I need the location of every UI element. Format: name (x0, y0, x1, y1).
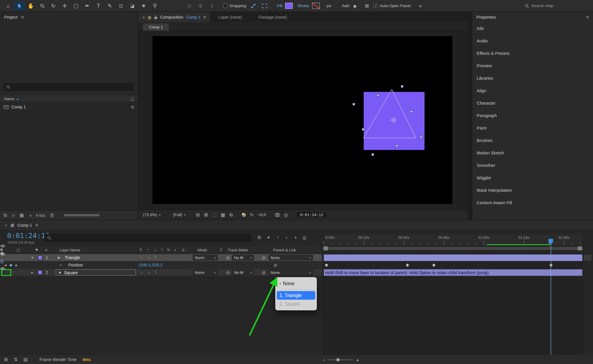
reset-exposure-icon[interactable]: ↻ (250, 212, 254, 218)
pan-behind-tool-icon[interactable]: ✛ (59, 1, 70, 10)
panel-item-libraries[interactable]: Libraries (472, 72, 593, 84)
track-matte-dropdown[interactable]: No M▾ (232, 270, 254, 275)
stroke-color-swatch[interactable] (312, 3, 320, 9)
search-help-box[interactable] (522, 4, 590, 8)
panel-item-effects-presets[interactable]: Effects & Presets (472, 47, 593, 60)
fill-label[interactable]: Fill: (277, 4, 283, 8)
selection-tool-icon[interactable] (14, 1, 25, 10)
panel-item-content-aware-fill[interactable]: Content-Aware Fill (472, 197, 593, 209)
region-of-interest-icon[interactable]: ⬚ (212, 212, 217, 218)
zoom-in-mountain-icon[interactable]: ▲ (356, 357, 360, 362)
collapse-switch-icon[interactable]: ☼ (147, 256, 150, 260)
new-folder-icon[interactable]: ▱ (12, 213, 15, 218)
fill-color-swatch[interactable] (285, 3, 293, 9)
pan-camera-tool-icon[interactable]: ✥ (195, 1, 206, 10)
close-icon[interactable]: × (5, 223, 7, 228)
name-column-header[interactable]: Name (4, 97, 15, 101)
snapshot-camera-icon[interactable] (275, 213, 280, 217)
property-pickwhip-icon[interactable]: @ (274, 263, 277, 267)
time-navigator[interactable] (323, 246, 582, 250)
zoom-slider[interactable] (327, 360, 353, 360)
show-snapshot-icon[interactable]: ◎ (284, 212, 288, 218)
position-value[interactable]: 1546,5,539,2 (138, 263, 163, 267)
panel-item-paragraph[interactable]: Paragraph (472, 109, 593, 122)
zoom-slider-knob[interactable] (336, 358, 340, 361)
label-column-icon[interactable]: ⚑ (35, 248, 39, 252)
comp-subtab[interactable]: Comp 1 (143, 23, 169, 31)
lock-icon[interactable] (154, 15, 158, 19)
layer-name-column-header[interactable]: Layer Name (59, 248, 80, 252)
viewer-timecode[interactable]: 0:01:24:12 (296, 211, 327, 218)
menu-item-none[interactable]: ● None (275, 279, 317, 288)
graph-editor-icon[interactable]: ∿ (59, 263, 62, 267)
matte-pickwhip-icon[interactable]: @ (226, 270, 230, 275)
parent-pickwhip-icon[interactable]: @ (262, 256, 266, 260)
stopwatch-icon[interactable] (0, 259, 4, 264)
selection-handle[interactable] (352, 103, 355, 106)
current-timecode[interactable]: 0:01:24:12 (7, 232, 50, 240)
search-help-input[interactable] (531, 4, 588, 8)
clone-stamp-tool-icon[interactable]: ⊡ (116, 1, 126, 10)
shy-switch-icon[interactable]: ♁ (140, 256, 143, 260)
panel-menu-icon[interactable]: ≡ (35, 223, 38, 228)
draft-3d-icon[interactable]: ◔ (276, 235, 279, 240)
hand-tool-icon[interactable]: ✋ (26, 1, 36, 10)
tab-composition[interactable]: × ▦ Composition Comp 1 ≡ (138, 12, 210, 22)
new-composition-icon[interactable]: ▦ (20, 213, 24, 218)
toolbar-overflow-icon[interactable]: » (419, 3, 422, 9)
expand-panes-icon[interactable]: ⊞ (4, 357, 8, 362)
selection-handle[interactable] (377, 94, 379, 97)
layer-row-triangle[interactable]: ▾ 1 ★ Triangle ♁ ☼ ∖ Norm▾ @ No M▾ @ Non… (0, 254, 322, 261)
eye-icon[interactable] (0, 252, 5, 256)
panel-item-align[interactable]: Align (472, 84, 593, 97)
keyframe-icon[interactable] (432, 263, 436, 267)
tab-footage[interactable]: Footage (none) (250, 12, 295, 22)
parent-link-column-header[interactable]: Parent & Link (273, 248, 296, 252)
collapse-switch-icon[interactable]: ☼ (147, 270, 150, 274)
panel-item-audio[interactable]: Audio (472, 35, 593, 47)
home-icon[interactable]: ⌂ (3, 1, 14, 10)
project-columns-header[interactable]: Name ▲ ❏ (0, 95, 138, 103)
panel-item-brushes[interactable]: Brushes (472, 134, 593, 147)
panel-item-mask-interpolation[interactable]: Mask Interpolation (472, 184, 593, 197)
triangle-layer-bar[interactable] (324, 254, 583, 261)
panel-toggle-icon[interactable]: ⊞ (365, 3, 369, 9)
trash-icon[interactable] (50, 213, 54, 217)
auto-open-panel-checkbox[interactable] (373, 4, 378, 8)
track-area[interactable]: Hold Shift to move layer to location of … (323, 254, 582, 355)
menu-item-triangle[interactable]: 1. Triangle (277, 291, 315, 300)
frame-blending-icon[interactable]: ◑ (294, 235, 297, 240)
rotate-tool-icon[interactable]: ↻ (48, 1, 59, 10)
resolution-dropdown[interactable]: (Full)▾ (173, 213, 186, 217)
view-layout-icon[interactable]: ⧉ (229, 212, 233, 218)
navigator-start-handle[interactable] (323, 246, 328, 250)
square-layer-bar[interactable]: Hold Shift to move layer to location of … (324, 269, 583, 276)
timeline-options-button[interactable] (584, 255, 592, 261)
panel-item-paint[interactable]: Paint (472, 122, 593, 134)
property-name[interactable]: Position (68, 263, 83, 267)
live-update-icon[interactable]: ✦ (266, 235, 270, 240)
tab-layer[interactable]: Layer (none) (210, 12, 250, 22)
orbit-camera-tool-icon[interactable]: ⊚ (184, 1, 195, 10)
layer-row-square[interactable]: ▸ 2 ★ Square ♁ ☼ ∖ Norm▾ @ No M▾ @ None▾ (0, 269, 322, 276)
flowchart-icon[interactable]: ⧉ (4, 213, 7, 218)
project-search-input[interactable] (4, 83, 133, 91)
panel-item-smoother[interactable]: Smoother (472, 159, 593, 172)
shape-tool-icon[interactable]: ▢ (71, 1, 81, 10)
dolly-camera-tool-icon[interactable]: ⇕ (206, 1, 217, 10)
composition-mini-flowchart-icon[interactable]: ⧉ (257, 235, 261, 240)
timeline-search-input[interactable] (44, 234, 251, 242)
zoom-tool-icon[interactable] (37, 1, 47, 10)
parent-dropdown-open[interactable]: None▾ (268, 270, 313, 275)
keyframe-icon[interactable] (325, 263, 328, 267)
transparency-grid-icon[interactable]: ▦ (221, 212, 225, 218)
stroke-width-label[interactable]: - px (325, 4, 331, 8)
selection-handle[interactable] (420, 136, 422, 138)
track-matte-dropdown[interactable]: No M▾ (232, 255, 254, 261)
panel-item-preview[interactable]: Preview (472, 60, 593, 72)
puppet-pin-tool-icon[interactable]: ⚲ (150, 1, 160, 10)
timeline-tab-label[interactable]: Comp 1 (18, 223, 32, 228)
stroke-label[interactable]: Stroke: (298, 4, 310, 8)
selection-handle[interactable] (371, 153, 374, 156)
menu-item-square[interactable]: 2. Square (275, 300, 317, 308)
